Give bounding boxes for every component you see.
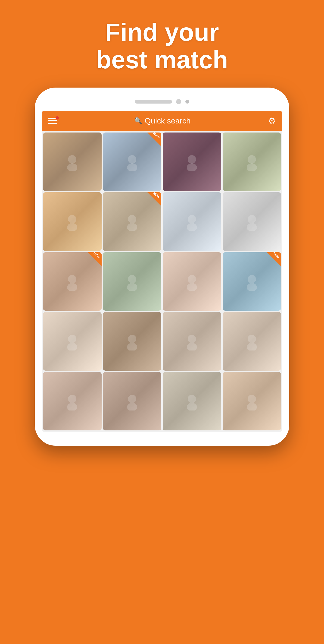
- profile-photo-17: [63, 392, 81, 410]
- grid-item-7[interactable]: [163, 192, 221, 251]
- svg-point-28: [188, 335, 196, 343]
- svg-point-24: [68, 335, 76, 343]
- hero-line2: best match: [96, 46, 228, 74]
- svg-point-36: [188, 395, 196, 403]
- grid-item-6[interactable]: NEW: [103, 192, 162, 251]
- grid-item-4[interactable]: [223, 132, 281, 191]
- svg-point-30: [248, 335, 256, 343]
- profile-photo-3: [183, 152, 201, 171]
- profile-photo-8: [243, 212, 261, 231]
- svg-point-2: [128, 155, 136, 164]
- app-header: 🔍 Quick search ⚙: [42, 111, 282, 131]
- svg-point-27: [127, 343, 137, 350]
- svg-point-29: [187, 343, 197, 350]
- grid-item-2[interactable]: NEW: [103, 132, 162, 191]
- svg-point-4: [188, 155, 196, 164]
- grid-item-17[interactable]: [43, 372, 102, 431]
- grid-item-16[interactable]: [223, 312, 281, 371]
- svg-point-10: [128, 215, 136, 223]
- search-icon: 🔍: [134, 117, 142, 125]
- grid-item-11[interactable]: [163, 252, 221, 311]
- svg-point-33: [67, 403, 77, 410]
- grid-item-9[interactable]: NEW: [43, 252, 102, 311]
- grid-item-18[interactable]: [103, 372, 162, 431]
- svg-point-5: [187, 163, 197, 171]
- profile-photo-1: [63, 152, 81, 171]
- svg-point-0: [68, 155, 76, 164]
- profile-photo-18: [123, 392, 141, 410]
- profile-photo-15: [183, 332, 201, 350]
- svg-point-37: [187, 403, 197, 410]
- profile-photo-2: [123, 152, 141, 171]
- grid-item-12[interactable]: NEW: [223, 252, 281, 311]
- phone-mockup: 🔍 Quick search ⚙ NEWNEWNEWNEW: [35, 88, 289, 446]
- profile-photo-7: [183, 212, 201, 231]
- svg-point-12: [188, 215, 196, 223]
- svg-point-38: [248, 395, 256, 403]
- profile-photo-10: [123, 272, 141, 291]
- svg-point-18: [128, 275, 136, 283]
- profile-photo-4: [243, 152, 261, 171]
- svg-point-35: [127, 403, 137, 410]
- profile-photo-16: [243, 332, 261, 350]
- photo-grid: NEWNEWNEWNEW: [42, 131, 282, 432]
- svg-point-26: [128, 335, 136, 343]
- search-label: Quick search: [145, 116, 190, 125]
- profile-photo-19: [183, 392, 201, 410]
- profile-photo-6: [123, 212, 141, 231]
- svg-point-21: [187, 283, 197, 291]
- svg-point-31: [247, 343, 257, 350]
- search-bar[interactable]: 🔍 Quick search: [134, 116, 190, 125]
- svg-point-22: [248, 275, 256, 283]
- profile-photo-5: [63, 212, 81, 231]
- svg-point-11: [127, 223, 137, 231]
- profile-photo-13: [63, 332, 81, 350]
- svg-point-17: [67, 283, 77, 291]
- phone-top-bar: [135, 99, 189, 104]
- hamburger-menu-button[interactable]: [48, 118, 57, 124]
- grid-item-19[interactable]: [163, 372, 221, 431]
- svg-point-6: [248, 155, 256, 164]
- grid-item-15[interactable]: [163, 312, 221, 371]
- hamburger-line-2: [48, 120, 57, 122]
- svg-point-19: [127, 283, 137, 291]
- profile-photo-11: [183, 272, 201, 291]
- hero-title: Find your best match: [96, 18, 228, 74]
- svg-point-9: [67, 223, 77, 231]
- svg-point-32: [68, 395, 76, 403]
- hamburger-line-3: [48, 123, 57, 124]
- svg-point-39: [247, 403, 257, 410]
- profile-photo-9: [63, 272, 81, 291]
- svg-point-16: [68, 275, 76, 283]
- profile-photo-14: [123, 332, 141, 350]
- svg-point-20: [188, 275, 196, 283]
- phone-camera: [176, 99, 181, 104]
- svg-point-3: [127, 163, 137, 171]
- grid-item-5[interactable]: [43, 192, 102, 251]
- svg-point-8: [68, 215, 76, 223]
- svg-point-25: [67, 343, 77, 350]
- svg-point-14: [248, 215, 256, 223]
- svg-point-23: [247, 283, 257, 291]
- phone-speaker: [135, 100, 172, 104]
- svg-point-7: [247, 163, 257, 171]
- grid-item-1[interactable]: [43, 132, 102, 191]
- hero-line1: Find your: [105, 18, 219, 46]
- settings-icon[interactable]: ⚙: [268, 116, 276, 126]
- grid-item-3[interactable]: [163, 132, 221, 191]
- notification-dot: [55, 116, 59, 120]
- svg-point-15: [247, 223, 257, 231]
- grid-item-13[interactable]: [43, 312, 102, 371]
- svg-point-34: [128, 395, 136, 403]
- phone-screen: 🔍 Quick search ⚙ NEWNEWNEWNEW: [42, 111, 282, 432]
- svg-point-13: [187, 223, 197, 231]
- phone-camera-secondary: [185, 100, 189, 104]
- svg-point-1: [67, 163, 77, 171]
- grid-item-10[interactable]: [103, 252, 162, 311]
- profile-photo-12: [243, 272, 261, 291]
- grid-item-20[interactable]: [223, 372, 281, 431]
- grid-item-8[interactable]: [223, 192, 281, 251]
- grid-item-14[interactable]: [103, 312, 162, 371]
- profile-photo-20: [243, 392, 261, 410]
